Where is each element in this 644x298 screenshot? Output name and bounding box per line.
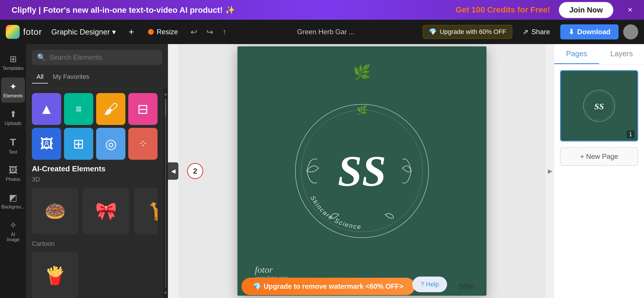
shape-triangle-icon: ▲ bbox=[39, 101, 54, 117]
scrollbar-thumb[interactable] bbox=[165, 99, 166, 116]
element-tile-collage[interactable]: ⊟ bbox=[128, 93, 158, 125]
right-panel-expander[interactable]: ▶ bbox=[546, 44, 554, 298]
logo-text: fotor bbox=[23, 27, 42, 37]
collapse-icon: ◀ bbox=[171, 168, 175, 175]
help-button[interactable]: ? Help bbox=[412, 277, 447, 292]
upgrade-label: Upgrade with 60% OFF bbox=[440, 28, 506, 36]
document-title: Green Herb Gar ... bbox=[233, 28, 418, 36]
left-sidebar: ⊞ Templates ✦ Elements ⬆ Uploads T Text … bbox=[0, 44, 26, 298]
search-icon: 🔍 bbox=[37, 53, 46, 61]
section-cartoon-label: Cartoon bbox=[32, 240, 158, 248]
uploads-label: Uploads bbox=[5, 121, 22, 126]
expand-icon: ▶ bbox=[548, 168, 552, 175]
element-tile-lines[interactable]: ≡ bbox=[64, 93, 93, 125]
element-tile-frames[interactable]: ⊞ bbox=[64, 128, 93, 160]
3d-item-giraffe[interactable]: 🦒 bbox=[134, 188, 158, 234]
section-3d-label: 3D bbox=[32, 176, 158, 183]
filter-tab-all[interactable]: All bbox=[32, 71, 48, 83]
thumbnail-svg: SS bbox=[582, 88, 616, 123]
banner-text: Clipfly | Fotor's new all-in-one text-to… bbox=[12, 5, 235, 15]
ai-section-title: AI-Created Elements bbox=[32, 164, 158, 173]
zoom-level: 58% bbox=[459, 282, 474, 291]
scroll-down-button[interactable]: ▼ bbox=[163, 290, 168, 296]
thumbnail-page-number: 1 bbox=[627, 130, 634, 138]
svg-text:SS: SS bbox=[594, 101, 604, 111]
upload-button[interactable]: ↑ bbox=[220, 25, 229, 39]
brand-name: fotor bbox=[255, 264, 289, 275]
scrollbar-track bbox=[165, 99, 166, 288]
thumbnail-inner: SS bbox=[561, 71, 637, 141]
resize-dot-icon bbox=[148, 29, 154, 35]
backgrounds-label: Backgrou... bbox=[1, 204, 25, 210]
element-tile-photos[interactable]: 🖼 bbox=[32, 128, 61, 160]
diamond-icon: 💎 bbox=[429, 28, 437, 36]
avatar[interactable] bbox=[623, 24, 638, 39]
scroll-up-button[interactable]: ▲ bbox=[163, 91, 168, 97]
element-tile-shapes[interactable]: ▲ bbox=[32, 93, 61, 125]
logo-area[interactable]: fotor bbox=[6, 25, 42, 39]
svg-text:🌿: 🌿 bbox=[357, 105, 368, 115]
sidebar-item-photos[interactable]: 🖼 Photos bbox=[1, 161, 25, 186]
elements-label: Elements bbox=[3, 93, 23, 99]
sidebar-item-text[interactable]: T Text bbox=[1, 132, 25, 159]
redo-button[interactable]: ↪ bbox=[204, 25, 215, 39]
ai-created-section: AI-Created Elements 3D 🍩 🎀 🦒 bbox=[26, 164, 163, 234]
frames-icon: ⊞ bbox=[73, 136, 84, 152]
ai-image-icon: ✧ bbox=[10, 220, 17, 230]
sidebar-item-ai-image[interactable]: ✧ AI Image bbox=[1, 216, 25, 246]
designer-dropdown[interactable]: Graphic Designer ▾ bbox=[47, 25, 120, 39]
new-page-button[interactable]: + New Page bbox=[560, 147, 638, 166]
main-header: fotor Graphic Designer ▾ + Resize ↩ ↪ ↑ … bbox=[0, 20, 644, 44]
search-bar[interactable]: 🔍 bbox=[32, 50, 162, 65]
collapse-panel-button[interactable]: ◀ bbox=[168, 162, 178, 180]
undo-button[interactable]: ↩ bbox=[188, 25, 200, 39]
sidebar-item-templates[interactable]: ⊞ Templates bbox=[1, 50, 25, 75]
sidebar-item-backgrounds[interactable]: ◩ Backgrou... bbox=[1, 188, 25, 214]
zoom-out-button[interactable]: − bbox=[450, 282, 454, 290]
element-tile-patterns[interactable]: ⁘ bbox=[128, 128, 158, 160]
page-thumbnail-1[interactable]: SS 1 bbox=[560, 70, 638, 141]
add-button[interactable]: + bbox=[125, 24, 138, 40]
upgrade-watermark-button[interactable]: 💎 Upgrade to remove watermark <60% OFF> bbox=[241, 278, 415, 295]
resize-button[interactable]: Resize bbox=[142, 25, 184, 39]
logo-circle-container: 🌿 Skincare Science bbox=[290, 99, 434, 244]
join-now-button[interactable]: Join Now bbox=[559, 2, 613, 18]
backgrounds-icon: ◩ bbox=[9, 192, 17, 203]
filter-tab-favorites[interactable]: My Favorites bbox=[48, 71, 94, 83]
photos-icon: 🖼 bbox=[9, 165, 17, 175]
bottom-bar: 💎 Upgrade to remove watermark <60% OFF> … bbox=[178, 275, 546, 298]
sidebar-item-uploads[interactable]: ⬆ Uploads bbox=[1, 105, 25, 130]
elements-panel: 🔍 All My Favorites ▲ ≡ 🖌 bbox=[26, 44, 168, 298]
share-label: Share bbox=[531, 28, 550, 36]
share-button[interactable]: ⇗ Share bbox=[517, 25, 556, 39]
sidebar-item-elements[interactable]: ✦ Elements bbox=[1, 77, 25, 103]
zoom-in-button[interactable]: + bbox=[478, 282, 482, 290]
search-input[interactable] bbox=[49, 53, 157, 61]
body-layout: ⊞ Templates ✦ Elements ⬆ Uploads T Text … bbox=[0, 44, 644, 298]
cartoon-item-fries[interactable]: 🍟 bbox=[32, 252, 78, 298]
upgrade-button[interactable]: 💎 Upgrade with 60% OFF bbox=[423, 25, 512, 39]
cartoon-items: 🍟 bbox=[32, 252, 158, 298]
pages-content: SS 1 + New Page bbox=[554, 64, 644, 298]
download-icon: ⬇ bbox=[568, 28, 574, 36]
dropdown-arrow-icon: ▾ bbox=[112, 28, 116, 37]
download-button[interactable]: ⬇ Download bbox=[560, 24, 619, 39]
page-badge[interactable]: 2 bbox=[187, 163, 203, 179]
3d-item-bow[interactable]: 🎀 bbox=[83, 188, 129, 234]
brush-icon: 🖌 bbox=[104, 101, 118, 117]
text-label: Text bbox=[9, 150, 17, 155]
logo-letters: SS bbox=[338, 149, 386, 193]
element-tile-brush[interactable]: 🖌 bbox=[96, 93, 125, 125]
page-indicator: 2 bbox=[187, 163, 203, 179]
top-banner: Clipfly | Fotor's new all-in-one text-to… bbox=[0, 0, 644, 20]
svg-text:Skincare Science: Skincare Science bbox=[309, 195, 362, 230]
close-banner-icon[interactable]: × bbox=[628, 5, 632, 14]
uploads-icon: ⬆ bbox=[10, 109, 17, 119]
tab-pages[interactable]: Pages bbox=[554, 44, 599, 64]
canvas-area: 2 🌿 🌿 bbox=[178, 44, 546, 298]
element-tile-stickers[interactable]: ◎ bbox=[96, 128, 125, 160]
filter-tabs: All My Favorites bbox=[26, 71, 168, 88]
3d-item-donut[interactable]: 🍩 bbox=[32, 188, 78, 234]
tab-layers[interactable]: Layers bbox=[599, 44, 644, 64]
canvas-card[interactable]: 🌿 🌿 Skincare Sci bbox=[237, 46, 486, 296]
